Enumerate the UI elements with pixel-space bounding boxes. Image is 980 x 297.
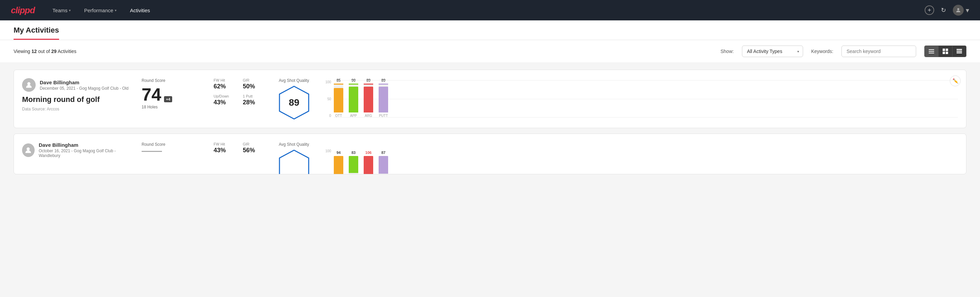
chevron-down-icon: ▾ [69, 8, 71, 12]
round-score-section: Round Score 74 +4 18 Holes [142, 78, 203, 109]
score-badge: +4 [164, 96, 172, 102]
stats-section: FW Hit 62% GIR 50% Up/Down 43% 1 Putt 28… [213, 78, 268, 106]
avg-shot-quality-label: Avg Shot Quality 89 [279, 78, 309, 120]
activity-type-select-wrapper: All Activity Types ▾ [742, 46, 803, 57]
viewing-label-text: Activities [58, 49, 76, 54]
avatar [22, 144, 35, 157]
chevron-down-icon: ▾ [966, 6, 969, 14]
stats-section: FW Hit 43% GIR 56% [213, 142, 268, 154]
nav-activities[interactable]: Activities [129, 5, 151, 16]
svg-rect-3 [929, 53, 934, 53]
logo: clippd [11, 5, 35, 16]
view-list-full-button[interactable] [953, 46, 966, 57]
view-grid-button[interactable] [939, 46, 953, 57]
activities-list: ✏️ Dave Billingham December 05, 2021 - G… [0, 70, 980, 193]
nav-teams[interactable]: Teams ▾ [51, 5, 72, 16]
hex-score: 89 [289, 97, 299, 108]
bar-chart-2: 100 94 83 106 [318, 149, 958, 174]
user-menu[interactable]: ▾ [953, 5, 969, 16]
page-header: My Activities [0, 21, 980, 40]
shot-quality-section: Avg Shot Quality 100 94 [279, 142, 958, 174]
activity-card: ✏️ Dave Billingham December 05, 2021 - G… [14, 70, 966, 128]
search-input[interactable] [842, 46, 916, 57]
page-title: My Activities [14, 26, 59, 40]
stat-fw-hit: FW Hit 43% [213, 142, 239, 154]
score-number: 74 [142, 86, 161, 103]
chart-col-arg: 89 ARG [364, 78, 373, 118]
svg-rect-6 [943, 52, 945, 54]
keywords-label: Keywords: [811, 49, 833, 54]
card-info: Dave Billingham December 05, 2021 - Gog … [22, 78, 131, 112]
svg-rect-9 [956, 51, 962, 52]
viewing-count-text: Viewing 12 out of 29 Activities [14, 49, 713, 54]
svg-point-13 [27, 147, 30, 150]
chart-col-putt-2: 87 [379, 150, 388, 174]
view-list-compact-button[interactable] [925, 46, 939, 57]
navbar: clippd Teams ▾ Performance ▾ Activities … [0, 0, 980, 21]
stat-gir: GIR 50% [243, 78, 268, 90]
svg-rect-2 [929, 51, 934, 52]
round-score-label: Round Score [142, 142, 203, 147]
chart-col-ott-2: 94 [334, 150, 343, 174]
user-date: December 05, 2021 - Gog Magog Golf Club … [40, 86, 128, 91]
chart-col-arg-2: 106 [364, 150, 373, 174]
svg-rect-1 [929, 49, 934, 50]
activity-type-select[interactable]: All Activity Types [742, 46, 803, 57]
svg-point-11 [27, 82, 30, 85]
score-holes: 18 Holes [142, 105, 203, 109]
user-name: Dave Billingham [40, 80, 128, 85]
svg-marker-14 [280, 150, 309, 174]
svg-rect-8 [956, 49, 962, 50]
svg-rect-10 [956, 52, 962, 53]
avatar [22, 78, 36, 92]
activity-title: Morning round of golf [22, 95, 131, 104]
user-name: Dave Billingham [39, 142, 131, 148]
chart-col-app: 90 APP [349, 78, 358, 118]
round-score-label: Round Score [142, 78, 203, 83]
nav-performance[interactable]: Performance ▾ [83, 5, 118, 16]
chevron-down-icon: ▾ [115, 8, 116, 12]
user-date: October 16, 2021 - Gog Magog Golf Club -… [39, 148, 131, 158]
viewing-total: 29 [51, 49, 57, 54]
avatar[interactable] [953, 5, 964, 16]
add-icon[interactable]: + [925, 5, 934, 15]
refresh-icon[interactable]: ↻ [941, 6, 946, 14]
card-info: Dave Billingham October 16, 2021 - Gog M… [22, 142, 131, 161]
chart-col-putt: 89 PUTT [379, 78, 388, 118]
filter-bar: Viewing 12 out of 29 Activities Show: Al… [0, 40, 980, 63]
viewing-count: 12 [32, 49, 37, 54]
round-score-section: Round Score [142, 142, 203, 152]
avg-shot-quality-label: Avg Shot Quality [279, 142, 309, 174]
show-label: Show: [721, 49, 734, 54]
chart-col-ott: 85 OTT [334, 78, 343, 118]
view-toggle [924, 46, 966, 57]
stat-1putt: 1 Putt 28% [243, 94, 268, 106]
stat-fw-hit: FW Hit 62% [213, 78, 239, 90]
svg-rect-7 [946, 52, 948, 54]
data-source: Data Source: Arccos [22, 107, 131, 112]
stat-gir: GIR 56% [243, 142, 268, 154]
chart-col-app-2: 83 [349, 150, 358, 174]
svg-rect-5 [946, 49, 948, 51]
activity-card: Dave Billingham October 16, 2021 - Gog M… [14, 134, 966, 174]
shot-quality-section: Avg Shot Quality 89 100 50 0 [279, 78, 958, 120]
stat-updown: Up/Down 43% [213, 94, 239, 106]
svg-point-0 [957, 8, 959, 10]
bar-chart: 100 50 0 85 [318, 80, 958, 118]
nav-actions: + ↻ ▾ [925, 5, 969, 16]
svg-rect-4 [943, 49, 945, 51]
